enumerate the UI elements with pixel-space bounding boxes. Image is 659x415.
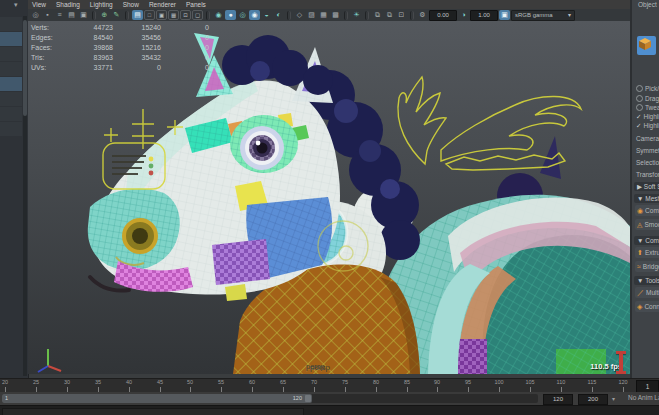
toolbar-icon[interactable]: ▩ — [330, 10, 341, 20]
toolkit-button[interactable]: ／Multi-Cut — [635, 287, 659, 298]
radio-option[interactable]: Pick/marquee — [636, 84, 659, 93]
toolbar-icon[interactable] — [206, 11, 210, 20]
toolbar-icon[interactable] — [344, 11, 348, 20]
toolbar-icon[interactable]: ▢ — [192, 10, 203, 20]
chevron-down-icon[interactable]: ▾ — [612, 395, 615, 402]
radio-option[interactable]: Drag — [636, 94, 659, 103]
range-slider-track[interactable]: 1 120 — [2, 394, 538, 403]
toolbar-icon[interactable]: □ — [144, 10, 155, 20]
outliner-scrollbar-thumb[interactable] — [23, 20, 27, 116]
time-tick: 75 — [335, 379, 355, 385]
menu-shading[interactable]: Shading — [56, 1, 80, 8]
toolbar-icon[interactable]: ● — [225, 10, 236, 20]
toolkit-button[interactable]: ◈Connect — [635, 301, 659, 312]
toolbar-icon[interactable]: ◎ — [237, 10, 248, 20]
outliner-row[interactable] — [0, 17, 22, 31]
toolbar-icon[interactable]: ▪ — [42, 10, 53, 20]
toolbar-icon[interactable]: ≡ — [54, 10, 65, 20]
section-header[interactable]: ▶ Soft Selection — [634, 182, 659, 191]
contrast-icon[interactable]: ◑ — [458, 10, 469, 20]
tool-icon: ／ — [637, 289, 644, 296]
toolbar-icon[interactable]: ◉ — [213, 10, 224, 20]
toolkit-button[interactable]: ◬Smooth — [635, 219, 659, 230]
outliner-row[interactable] — [0, 32, 22, 46]
time-tick: 110 — [551, 379, 571, 385]
outliner-menu-caret-icon[interactable]: ▾ — [14, 1, 18, 9]
toolbar-icon[interactable]: ◐ — [273, 10, 284, 20]
toolkit-button[interactable]: ⬆Extrude — [635, 247, 659, 258]
toolbar-icon[interactable] — [287, 11, 291, 20]
time-tick: 105 — [520, 379, 540, 385]
command-line-input[interactable] — [2, 408, 304, 415]
gamma-field[interactable]: 1.00 — [470, 10, 498, 21]
outliner-panel-edge[interactable]: ▾ — [0, 0, 29, 378]
toolbar-icon[interactable]: ⊕ — [99, 10, 110, 20]
toolbar-icon[interactable] — [92, 11, 96, 20]
toolbar-icon[interactable]: ◉ — [249, 10, 260, 20]
toolbar-icon[interactable]: ▦ — [168, 10, 179, 20]
toolbar-icon[interactable]: ▣ — [156, 10, 167, 20]
toolbar-icon[interactable] — [125, 11, 129, 20]
time-slider[interactable]: 20 25 30 35 40 45 50 55 60 65 — [0, 378, 659, 393]
checkmark-icon: ✓ — [636, 113, 641, 120]
hud-row: UVs: 33771 0 0 — [31, 63, 209, 73]
anim-layer-dropdown[interactable]: No Anim Layer — [628, 394, 659, 401]
hud-row: Edges: 84540 35456 0 — [31, 33, 209, 43]
time-tick: 70 — [304, 379, 324, 385]
object-mode-icon[interactable] — [637, 36, 656, 55]
exposure-field[interactable]: 0.00 — [429, 10, 457, 21]
toolkit-button[interactable]: ◉Combine — [635, 205, 659, 216]
color-managed-icon[interactable]: ▣ — [499, 10, 510, 20]
toolbar-icon[interactable] — [410, 11, 414, 20]
outliner-row[interactable] — [0, 92, 22, 106]
toolbar-icon[interactable]: ☀ — [351, 10, 362, 20]
viewport-3d[interactable]: persp Verts: 44723 15240 0 Edges: 84540 … — [28, 21, 630, 374]
section-header[interactable]: ▼ Tools — [634, 276, 659, 285]
toolbar-icon[interactable] — [365, 11, 369, 20]
outliner-row[interactable] — [0, 62, 22, 76]
toolbar-icon[interactable]: ◒ — [261, 10, 272, 20]
toolbar-icon[interactable]: ▤ — [66, 10, 77, 20]
toolbar-icon[interactable]: ▣ — [78, 10, 89, 20]
radio-option[interactable]: Tweak/marquee — [636, 103, 659, 112]
playback-end-field[interactable]: 120 — [543, 394, 573, 405]
menu-panels[interactable]: Panels — [186, 1, 206, 8]
horse-eye — [230, 115, 298, 173]
range-handle[interactable] — [305, 395, 311, 402]
checkbox-option[interactable]: ✓Highlight nearest — [636, 112, 659, 121]
outliner-row[interactable] — [0, 77, 22, 91]
toolbar-icon[interactable]: ⚙ — [417, 10, 428, 20]
toolbar-icon[interactable]: ◇ — [294, 10, 305, 20]
section-header[interactable]: ▼ Mesh — [634, 194, 659, 203]
toolbar-icon[interactable]: ▤ — [132, 10, 143, 20]
toolbar-icon[interactable]: ▨ — [306, 10, 317, 20]
toolbar-icon[interactable]: ⧉ — [384, 10, 395, 20]
section-arrow-icon: ▼ — [637, 237, 643, 244]
outliner-row[interactable] — [0, 47, 22, 61]
time-tick: 95 — [458, 379, 478, 385]
toolbar-icon[interactable]: ⧉ — [372, 10, 383, 20]
view-transform-dropdown[interactable]: sRGB gamma ▾ — [511, 10, 575, 21]
checkbox-option[interactable]: ✓Highlight backfaces — [636, 121, 659, 130]
time-tick: 20 — [0, 379, 15, 385]
toolbar-icon[interactable]: ◎ — [30, 10, 41, 20]
animation-end-field[interactable]: 200 — [578, 394, 608, 405]
outliner-row[interactable] — [0, 107, 22, 121]
checkmark-icon: ✓ — [636, 122, 641, 129]
toolbar-icon[interactable]: ⊡ — [180, 10, 191, 20]
range-end-label: 120 — [293, 394, 302, 403]
toolbar-icon[interactable]: ⊡ — [396, 10, 407, 20]
horse-head — [88, 80, 340, 301]
time-tick: 120 — [613, 379, 633, 385]
menu-show[interactable]: Show — [123, 1, 139, 8]
toolbar-icon[interactable]: ▦ — [318, 10, 329, 20]
toolbar-icon[interactable]: ✎ — [111, 10, 122, 20]
toolkit-button[interactable]: ≈Bridge — [635, 261, 659, 272]
menu-renderer[interactable]: Renderer — [149, 1, 176, 8]
playback-range-bar[interactable]: 1 120 — [2, 394, 312, 403]
section-header[interactable]: ▼ Components — [634, 236, 659, 245]
menu-view[interactable]: View — [32, 1, 46, 8]
menu-lighting[interactable]: Lighting — [90, 1, 113, 8]
outliner-row[interactable] — [0, 122, 22, 136]
panel-menu-bar: View Shading Lighting Show Renderer Pane… — [28, 0, 634, 9]
